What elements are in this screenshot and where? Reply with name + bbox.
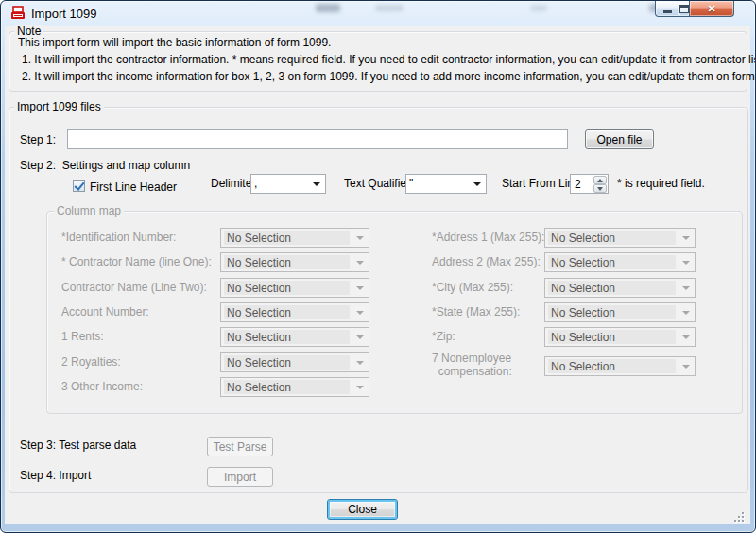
other-income-select[interactable]: No Selection [220, 377, 369, 397]
text-qualifier-select[interactable]: " [405, 174, 487, 194]
state-label: *State (Max 255): [432, 305, 520, 318]
step4-label: Step 4: Import [20, 469, 91, 482]
dropdown-arrow-icon [356, 236, 364, 240]
address1-label: *Address 1 (Max 255): [432, 231, 544, 244]
royalties-label: 2 Royalties: [61, 355, 121, 369]
import-button[interactable]: Import [207, 467, 273, 487]
delimiter-value: , [254, 177, 308, 191]
resize-grip-icon[interactable] [734, 512, 746, 524]
window-title: Import 1099 [31, 7, 96, 21]
dropdown-arrow-icon [356, 286, 364, 290]
import-button-label: Import [224, 471, 256, 484]
close-button[interactable]: Close [327, 499, 398, 520]
open-file-button[interactable]: Open file [585, 129, 654, 149]
contractor-name-line-two-label: Contractor Name (Line Two): [61, 281, 207, 294]
note-line: 1. It will import the contractor informa… [22, 53, 756, 66]
glass-reflection [316, 4, 340, 12]
close-window-button[interactable]: ✕ [689, 1, 734, 17]
import-files-legend: Import 1099 files [14, 100, 104, 113]
first-line-header-label: First Line Header [90, 181, 177, 194]
contractor-name-line-one-label: * Contractor Name (line One): [61, 255, 212, 268]
nonemployee-compensation-select[interactable]: No Selection [544, 356, 696, 376]
dropdown-arrow-icon [682, 365, 690, 369]
dropdown-arrow-icon [682, 236, 690, 240]
select-value: No Selection [224, 330, 350, 344]
dropdown-arrow-icon [356, 261, 364, 265]
caption-buttons: ✕ [656, 1, 734, 17]
address2-label: Address 2 (Max 255): [432, 255, 541, 268]
spinner-down-button[interactable] [593, 184, 607, 193]
select-value: No Selection [224, 255, 350, 269]
rents-label: 1 Rents: [61, 330, 104, 343]
required-field-note: * is required field. [617, 177, 705, 190]
spinner-up-button[interactable] [593, 176, 607, 184]
dropdown-arrow-icon [356, 311, 364, 315]
select-value: No Selection [224, 380, 350, 394]
test-parse-button-label: Test Parse [214, 440, 267, 454]
account-number-select[interactable]: No Selection [220, 302, 369, 322]
glass-reflection [530, 5, 547, 11]
dropdown-arrow-icon [682, 286, 690, 290]
nonemployee-compensation-label: 7 Nonemployee compensation: [432, 352, 512, 378]
dropdown-arrow-icon [682, 261, 690, 265]
start-from-line-label: Start From Line [502, 177, 580, 190]
select-value: No Selection [548, 255, 676, 269]
contractor-name-line-two-select[interactable]: No Selection [220, 278, 369, 298]
close-icon: ✕ [707, 4, 715, 14]
contractor-name-line-one-select[interactable]: No Selection [220, 252, 369, 272]
column-map-legend: Column map [54, 204, 124, 217]
minimize-icon [663, 10, 672, 13]
select-value: No Selection [224, 281, 350, 295]
dropdown-arrow-icon [682, 335, 690, 339]
step3-label: Step 3: Test parse data [20, 438, 136, 452]
dropdown-arrow-icon [356, 361, 364, 365]
select-value: No Selection [548, 330, 676, 344]
window: Import 1099 ✕ Note This import form will… [0, 0, 756, 533]
rents-select[interactable]: No Selection [220, 327, 369, 347]
royalties-select[interactable]: No Selection [220, 352, 369, 372]
glass-reflection [375, 5, 404, 11]
spinner-up-icon [597, 179, 603, 182]
address2-select[interactable]: No Selection [544, 252, 696, 272]
dropdown-arrow-icon [313, 182, 320, 186]
identification-number-select[interactable]: No Selection [220, 228, 369, 248]
select-value: No Selection [224, 231, 350, 245]
delimiter-select[interactable]: , [250, 174, 326, 194]
select-value: No Selection [548, 359, 676, 373]
app-icon [10, 6, 26, 21]
select-value: No Selection [548, 281, 676, 295]
select-value: No Selection [548, 231, 676, 245]
note-line: This import form will import the basic i… [18, 36, 331, 49]
city-label: *City (Max 255): [432, 281, 513, 294]
start-from-line-stepper[interactable]: 2 [570, 174, 609, 194]
identification-number-label: *Identification Number: [61, 231, 176, 244]
titlebar: Import 1099 ✕ [1, 1, 755, 26]
select-value: No Selection [548, 305, 676, 319]
select-value: No Selection [224, 305, 350, 319]
stepper-value: 2 [575, 178, 581, 191]
delimiter-label: Delimiter [211, 177, 255, 190]
text-qualifier-value: " [409, 177, 469, 191]
select-value: No Selection [224, 355, 350, 370]
step1-label: Step 1: [20, 133, 56, 146]
dropdown-arrow-icon [473, 182, 481, 186]
account-number-label: Account Number: [61, 305, 149, 318]
city-select[interactable]: No Selection [544, 278, 696, 298]
first-line-header-checkbox[interactable] [73, 180, 85, 192]
file-path-input[interactable] [67, 129, 568, 149]
dropdown-arrow-icon [682, 311, 690, 315]
note-line: 2. It will import the income information… [22, 70, 756, 83]
text-qualifier-label: Text Qualifier [344, 177, 410, 190]
address1-select[interactable]: No Selection [544, 228, 696, 248]
maximize-icon [679, 5, 689, 13]
test-parse-button[interactable]: Test Parse [207, 437, 273, 456]
minimize-button[interactable] [655, 1, 679, 17]
checkmark-icon [74, 180, 84, 191]
other-income-label: 3 Other Income: [61, 380, 143, 393]
state-select[interactable]: No Selection [544, 302, 696, 322]
dropdown-arrow-icon [356, 335, 364, 339]
zip-select[interactable]: No Selection [544, 327, 696, 347]
step2-label: Step 2: Settings and map column [20, 159, 190, 172]
close-button-label: Close [348, 503, 377, 516]
open-file-button-label: Open file [596, 133, 642, 146]
